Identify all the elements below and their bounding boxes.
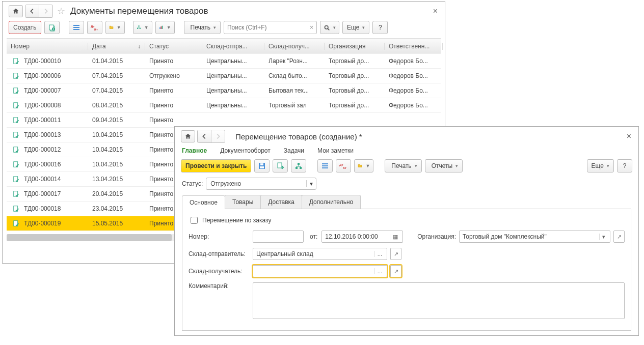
- cell-number: ТД00-000013: [7, 131, 88, 138]
- grid-header: Номер Дата↓ Статус Склад-отпра... Склад-…: [7, 39, 441, 54]
- status-select[interactable]: Отгружено ▾: [206, 178, 316, 190]
- structure-button[interactable]: ▼: [133, 21, 152, 34]
- list-toolbar: Создать ДтКт ▼ ▼ ▼ Печать▾ × ▾: [3, 20, 445, 38]
- close-button[interactable]: ×: [431, 7, 440, 16]
- home-button[interactable]: [9, 5, 23, 17]
- list-view-icon: [321, 162, 329, 170]
- save-button[interactable]: [254, 159, 270, 172]
- reports-button[interactable]: Отчеты▾: [425, 159, 463, 172]
- form-print-label: Печать: [391, 162, 411, 169]
- form-close-button[interactable]: ×: [625, 132, 633, 141]
- svg-point-16: [325, 25, 328, 29]
- table-row[interactable]: ТД00-00000607.04.2015ОтгруженоЦентральны…: [7, 69, 441, 83]
- form-templates-button[interactable]: ▼: [354, 159, 373, 172]
- table-row[interactable]: ТД00-00001001.04.2015ПринятоЦентральны..…: [7, 54, 441, 69]
- search-box[interactable]: ×: [224, 21, 317, 34]
- form-home-button[interactable]: [181, 130, 195, 142]
- sub-tab-additional[interactable]: Дополнительно: [302, 195, 361, 209]
- sub-tab-goods[interactable]: Товары: [225, 195, 261, 209]
- reports-label: Отчеты: [432, 162, 452, 169]
- help-button[interactable]: ?: [372, 21, 388, 34]
- search-clear-button[interactable]: ×: [307, 24, 316, 31]
- cell-number: ТД00-000014: [7, 176, 88, 183]
- form-dtkt-button[interactable]: ДтКт: [336, 159, 351, 172]
- svg-rect-35: [300, 167, 302, 169]
- chart-button[interactable]: ▼: [155, 21, 175, 34]
- search-input[interactable]: [224, 24, 307, 31]
- col-date[interactable]: Дата↓: [88, 43, 145, 50]
- search-button[interactable]: ▾: [320, 21, 339, 34]
- open-icon: ↗: [391, 251, 401, 257]
- org-open-button[interactable]: ↗: [613, 231, 625, 243]
- dropdown-icon[interactable]: ▾: [306, 180, 316, 187]
- list-window-title: Документы перемещения товаров: [70, 6, 429, 16]
- col-status[interactable]: Статус: [145, 43, 202, 50]
- wh-from-input[interactable]: Центральный склад ...: [253, 248, 387, 260]
- table-row[interactable]: ТД00-00001109.04.2015Принято: [7, 113, 441, 128]
- list-view-button[interactable]: [69, 21, 84, 34]
- comment-input[interactable]: [253, 282, 625, 319]
- templates-button[interactable]: ▼: [105, 21, 125, 34]
- nav-tab-main[interactable]: Главное: [182, 147, 207, 154]
- calendar-icon[interactable]: ▦: [390, 234, 400, 240]
- nav-tab-edoc[interactable]: Документооборот: [220, 147, 271, 154]
- nav-tab-tasks[interactable]: Задачи: [284, 147, 304, 154]
- form-titlebar: Перемещение товаров (создание) * ×: [175, 127, 638, 145]
- sub-tab-main[interactable]: Основное: [182, 195, 225, 209]
- col-wh-to[interactable]: Склад-получ...: [264, 43, 325, 50]
- svg-rect-2: [73, 25, 79, 26]
- cell-number: ТД00-000011: [7, 117, 88, 124]
- wh-to-input[interactable]: Склад металла ...: [253, 265, 387, 277]
- status-value: Отгружено: [206, 180, 245, 187]
- form-structure-button[interactable]: [291, 159, 306, 172]
- cell-org: Торговый до...: [325, 72, 385, 79]
- post-and-close-button[interactable]: Провести и закрыть: [181, 159, 251, 172]
- wh-from-open-button[interactable]: ↗: [390, 248, 401, 260]
- form-print-button[interactable]: Печать▾: [385, 159, 421, 172]
- form-help-button[interactable]: ?: [617, 159, 632, 172]
- by-order-checkbox[interactable]: [191, 217, 198, 224]
- document-icon: [13, 176, 20, 183]
- more-button[interactable]: Еще▾: [342, 21, 369, 34]
- org-input[interactable]: Торговый дом "Комплексный" ▾: [459, 231, 610, 243]
- date-input[interactable]: 12.10.2016 0:00:00 ▦: [321, 231, 403, 243]
- cell-date: 07.04.2015: [88, 72, 145, 79]
- print-button[interactable]: Печать▾: [184, 21, 221, 34]
- col-org[interactable]: Организация: [325, 43, 385, 50]
- cell-number: ТД00-000018: [7, 205, 88, 212]
- favorite-star-icon[interactable]: ☆: [57, 6, 65, 17]
- copy-button[interactable]: [44, 21, 60, 34]
- cell-status: Принято: [145, 58, 202, 65]
- list-view-icon: [72, 23, 81, 32]
- document-icon: [13, 205, 20, 212]
- nav-tab-notes[interactable]: Мои заметки: [317, 147, 354, 154]
- number-input[interactable]: [253, 231, 304, 243]
- col-wh-from[interactable]: Склад-отпра...: [202, 43, 264, 50]
- print-label: Печать: [191, 24, 210, 31]
- by-order-row: Перемещение по заказу: [189, 215, 625, 225]
- create-button[interactable]: Создать: [9, 21, 41, 34]
- org-value: Торговый дом "Комплексный": [462, 233, 599, 240]
- col-responsible[interactable]: Ответственн...: [385, 43, 443, 50]
- arrow-right-icon: [42, 8, 49, 15]
- back-button[interactable]: [25, 5, 39, 17]
- col-number[interactable]: Номер: [7, 43, 88, 50]
- scrollbar-thumb[interactable]: [7, 234, 172, 241]
- table-row[interactable]: ТД00-00000808.04.2015ПринятоЦентральны..…: [7, 98, 441, 113]
- table-row[interactable]: ТД00-00000707.04.2015ПринятоЦентральны..…: [7, 83, 441, 98]
- cell-wh-to: Склад быто...: [264, 72, 325, 79]
- form-forward-button: [211, 130, 225, 142]
- select-icon[interactable]: ...: [374, 268, 385, 274]
- number-row: Номер: от: 12.10.2016 0:00:00 ▦ Организа…: [189, 231, 625, 243]
- svg-rect-36: [322, 163, 328, 164]
- dtkt-button[interactable]: ДтКт: [87, 21, 102, 34]
- wh-to-open-button[interactable]: ↗: [390, 265, 401, 277]
- post-button[interactable]: [273, 159, 288, 172]
- svg-rect-32: [278, 163, 282, 168]
- form-list-button[interactable]: [317, 159, 333, 172]
- select-icon[interactable]: ...: [374, 251, 385, 257]
- form-back-button[interactable]: [198, 130, 211, 142]
- form-more-button[interactable]: Еще▾: [587, 159, 614, 172]
- select-icon[interactable]: ▾: [599, 234, 608, 240]
- sub-tab-delivery[interactable]: Доставка: [260, 195, 302, 209]
